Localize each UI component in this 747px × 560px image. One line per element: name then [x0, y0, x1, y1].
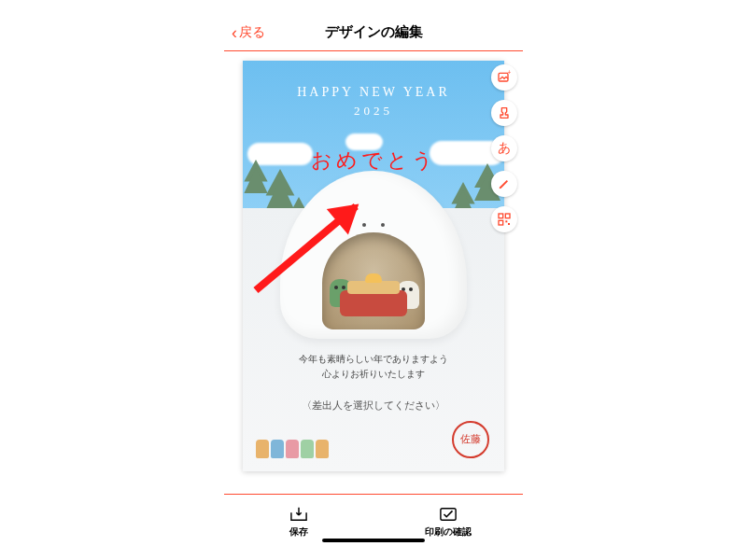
hanko-seal[interactable]: 佐藤	[452, 421, 489, 458]
add-stamp-button[interactable]	[491, 100, 517, 126]
greeting-line: HAPPY NEW YEAR	[297, 85, 450, 99]
image-add-icon: +	[497, 70, 512, 85]
svg-rect-5	[505, 220, 507, 222]
svg-rect-3	[505, 214, 510, 218]
kotatsu-icon	[340, 281, 407, 316]
qr-icon	[497, 212, 512, 227]
pen-button[interactable]	[491, 171, 517, 197]
home-indicator	[322, 539, 425, 542]
decoration-stamps	[256, 440, 329, 458]
message-line-1: 今年も素晴らしい年でありますよう	[243, 352, 504, 367]
add-text-button[interactable]: あ	[491, 135, 517, 161]
stamp-icon	[497, 105, 512, 120]
design-canvas-area: HAPPY NEW YEAR 2025 おめでとう	[224, 51, 523, 494]
page-title: デザインの編集	[325, 23, 423, 41]
qr-button[interactable]	[491, 206, 517, 232]
print-label: 印刷の確認	[425, 525, 472, 539]
back-label: 戻る	[239, 24, 265, 41]
add-image-button[interactable]: +	[491, 64, 517, 91]
tool-palette: + あ	[491, 64, 517, 232]
pen-icon	[497, 176, 512, 191]
svg-rect-6	[508, 223, 510, 225]
sender-placeholder[interactable]: 〈差出人を選択してください〉	[243, 399, 504, 413]
message-line-2: 心よりお祈りいたします	[243, 367, 504, 382]
igloo-illustration	[280, 171, 467, 339]
chevron-left-icon: ‹	[232, 24, 237, 41]
app-screen: ‹ 戻る デザインの編集 HAPPY NEW YEAR 2025 おめでとう	[224, 14, 523, 546]
print-check-icon	[438, 506, 458, 523]
greeting-year: 2025	[243, 104, 504, 119]
back-button[interactable]: ‹ 戻る	[232, 14, 265, 50]
svg-rect-2	[499, 214, 503, 218]
header: ‹ 戻る デザインの編集	[224, 14, 523, 51]
svg-text:+: +	[507, 70, 511, 76]
svg-rect-4	[499, 220, 503, 225]
message-text: 今年も素晴らしい年でありますよう 心よりお祈りいたします	[243, 352, 504, 382]
save-icon	[289, 506, 309, 523]
greeting-text: HAPPY NEW YEAR 2025	[243, 85, 504, 119]
save-label: 保存	[289, 525, 308, 539]
text-icon: あ	[498, 140, 511, 157]
